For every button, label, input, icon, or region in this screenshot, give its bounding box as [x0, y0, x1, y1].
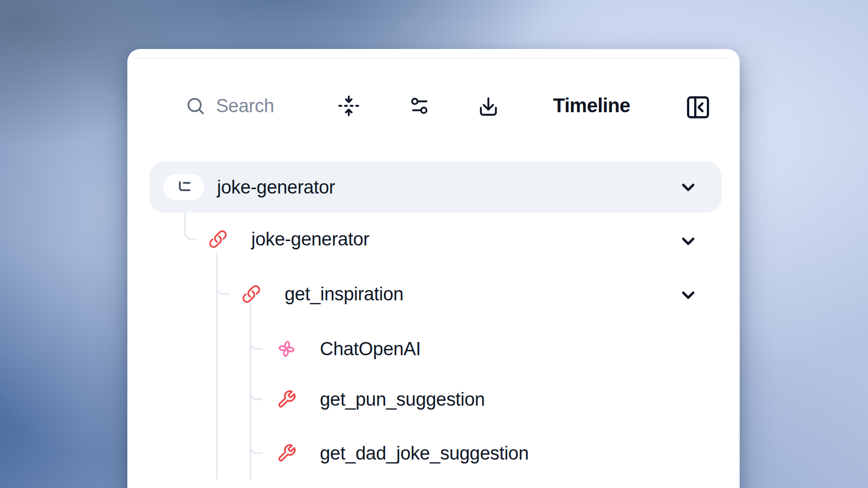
tree-row-label: joke-generator: [217, 177, 335, 198]
collapse-all-button[interactable]: [338, 95, 360, 117]
fold-vertical-icon: [338, 95, 360, 117]
search-input[interactable]: Search: [185, 94, 274, 118]
tree-row[interactable]: get_dad_joke_suggestion: [277, 439, 529, 467]
collapse-panel-button[interactable]: [685, 94, 711, 121]
trace-panel: Search: [127, 49, 740, 488]
tree-row-label: get_dad_joke_suggestion: [320, 443, 529, 464]
download-icon: [477, 95, 500, 118]
tree-row[interactable]: ChatOpenAI: [277, 335, 421, 363]
wrench-icon: [277, 390, 296, 409]
tree-row-label: get_pun_suggestion: [320, 389, 485, 410]
toolbar: Search: [127, 49, 740, 132]
tree-row-label: joke-generator: [251, 229, 369, 250]
chevron-down-icon[interactable]: [677, 230, 699, 252]
list-tree-icon: [174, 178, 193, 196]
link-icon: [208, 229, 228, 249]
tree-row[interactable]: get_pun_suggestion: [277, 386, 485, 413]
desktop-background: Search: [0, 0, 868, 488]
pinwheel-llm-icon: [277, 339, 296, 359]
sliders-icon: [409, 95, 430, 117]
panel-left-close-icon: [685, 94, 711, 121]
tree-row-label: get_inspiration: [285, 284, 404, 305]
tree-row-root[interactable]: joke-generator: [149, 162, 722, 213]
wrench-icon: [277, 443, 296, 463]
export-trace-button[interactable]: [477, 95, 500, 118]
root-badge: [163, 174, 204, 200]
timeline-view-label[interactable]: Timeline: [553, 93, 630, 118]
filter-runs-button[interactable]: [409, 95, 430, 117]
link-icon: [241, 284, 261, 304]
chevron-down-icon[interactable]: [677, 176, 699, 198]
tree-row[interactable]: get_inspiration: [241, 280, 404, 308]
tree-row[interactable]: joke-generator: [208, 225, 369, 253]
search-icon: [185, 96, 206, 116]
search-placeholder: Search: [216, 96, 274, 117]
tree-row-label: ChatOpenAI: [320, 339, 421, 360]
chevron-down-icon[interactable]: [677, 284, 699, 306]
